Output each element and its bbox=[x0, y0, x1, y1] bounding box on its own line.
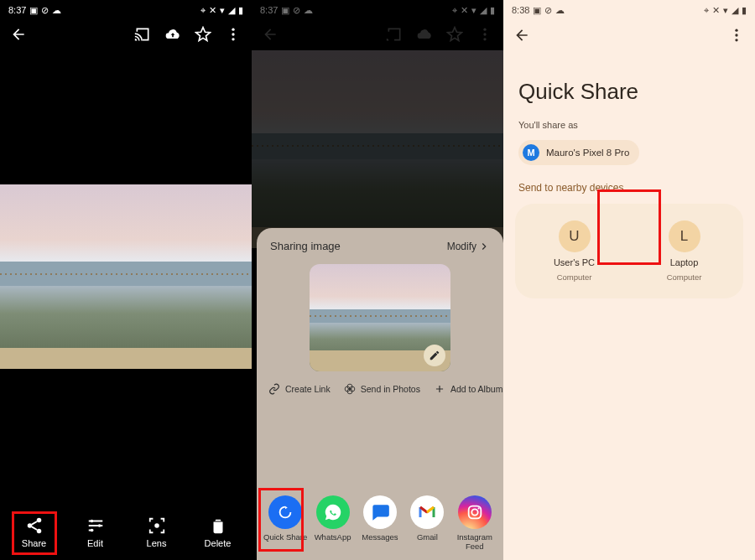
avatar: M bbox=[523, 144, 539, 161]
user-chip[interactable]: M Mauro's Pixel 8 Pro bbox=[518, 140, 639, 165]
page-title: Quick Share bbox=[503, 54, 755, 113]
signal-icon: ◢ bbox=[732, 6, 738, 15]
highlight-share bbox=[12, 511, 57, 555]
device-type: Computer bbox=[667, 272, 702, 282]
create-link-chip[interactable]: Create Link bbox=[268, 383, 331, 395]
device-avatar: U bbox=[559, 220, 591, 252]
lens-button[interactable]: Lens bbox=[132, 516, 182, 548]
delete-button[interactable]: Delete bbox=[193, 516, 243, 548]
status-time: 8:37 bbox=[8, 5, 26, 15]
cloud-upload-icon[interactable] bbox=[164, 26, 181, 46]
highlight-laptop bbox=[597, 189, 661, 265]
device-name: User's PC bbox=[554, 257, 595, 267]
svg-point-18 bbox=[735, 34, 737, 36]
svg-point-19 bbox=[735, 39, 737, 41]
lens-label: Lens bbox=[147, 538, 167, 548]
svg-point-8 bbox=[90, 529, 93, 532]
wifi-icon: ▾ bbox=[723, 6, 728, 15]
svg-point-9 bbox=[154, 523, 159, 528]
more-icon[interactable] bbox=[225, 26, 242, 46]
svg-point-15 bbox=[471, 509, 477, 515]
battery-icon: ▮ bbox=[238, 6, 243, 15]
vibrate-icon: ✕ bbox=[209, 6, 216, 15]
svg-point-17 bbox=[735, 29, 737, 32]
app-bar bbox=[0, 20, 252, 52]
share-thumbnail[interactable] bbox=[310, 264, 450, 371]
whatsapp-app[interactable]: WhatsApp bbox=[310, 495, 356, 552]
dnd-icon: ⊘ bbox=[41, 6, 49, 15]
device-name: Laptop bbox=[670, 257, 699, 267]
user-name: Mauro's Pixel 8 Pro bbox=[546, 148, 629, 158]
cast-icon[interactable] bbox=[134, 26, 151, 46]
delete-label: Delete bbox=[205, 538, 232, 548]
screenshot-saved-icon: ▣ bbox=[533, 6, 541, 15]
panel-share-sheet: 8:37 ▣ ⊘ ☁ ⌖ ✕ ▾ ◢ ▮ Sharing image Modif… bbox=[252, 0, 503, 560]
whatsapp-icon bbox=[316, 495, 350, 529]
edit-button[interactable]: Edit bbox=[70, 516, 121, 548]
share-chip-row: Create Link Send in Photos Add to Album … bbox=[257, 371, 503, 395]
device-avatar: L bbox=[669, 220, 700, 252]
photo-content[interactable] bbox=[0, 184, 252, 369]
cloud-icon: ☁ bbox=[52, 6, 61, 15]
sheet-title: Sharing image bbox=[270, 240, 341, 252]
instagram-icon bbox=[458, 495, 492, 529]
messages-app[interactable]: Messages bbox=[357, 495, 403, 552]
star-icon[interactable] bbox=[195, 26, 211, 46]
signal-icon: ◢ bbox=[228, 6, 235, 15]
bluetooth-icon: ⌖ bbox=[704, 6, 709, 15]
svg-point-0 bbox=[232, 29, 234, 31]
gmail-icon bbox=[410, 495, 444, 529]
back-button[interactable] bbox=[513, 27, 530, 47]
back-button[interactable] bbox=[10, 26, 27, 46]
share-as-label: You'll share as bbox=[503, 113, 755, 137]
messages-icon bbox=[363, 495, 397, 529]
wifi-icon: ▾ bbox=[220, 6, 225, 15]
svg-point-7 bbox=[97, 524, 101, 527]
send-in-photos-chip[interactable]: Send in Photos bbox=[344, 383, 420, 395]
svg-point-16 bbox=[477, 507, 479, 509]
instagram-app[interactable]: Instagram Feed bbox=[452, 495, 497, 552]
more-icon[interactable] bbox=[728, 27, 745, 47]
status-time: 8:38 bbox=[512, 5, 529, 15]
panel-quick-share: 8:38 ▣ ⊘ ☁ ⌖ ✕ ▾ ◢ ▮ Quick Share You'll … bbox=[503, 0, 755, 560]
screenshot-saved-icon: ▣ bbox=[29, 6, 38, 15]
device-type: Computer bbox=[557, 272, 592, 282]
bluetooth-icon: ⌖ bbox=[200, 6, 206, 15]
vibrate-icon: ✕ bbox=[712, 6, 720, 15]
battery-icon: ▮ bbox=[742, 6, 747, 15]
add-to-album-chip[interactable]: Add to Album bbox=[434, 383, 502, 395]
status-bar: 8:37 ▣ ⊘ ☁ ⌖ ✕ ▾ ◢ ▮ bbox=[0, 0, 252, 20]
svg-point-2 bbox=[232, 38, 234, 40]
gmail-app[interactable]: Gmail bbox=[404, 495, 450, 552]
edit-label: Edit bbox=[87, 538, 103, 548]
svg-point-1 bbox=[232, 33, 234, 35]
dnd-icon: ⊘ bbox=[544, 6, 552, 15]
highlight-quickshare bbox=[258, 488, 304, 552]
status-bar: 8:38 ▣ ⊘ ☁ ⌖ ✕ ▾ ◢ ▮ bbox=[503, 0, 755, 20]
modify-button[interactable]: Modify bbox=[447, 241, 490, 252]
panel-photo-viewer: 8:37 ▣ ⊘ ☁ ⌖ ✕ ▾ ◢ ▮ Share Edi bbox=[0, 0, 252, 560]
cloud-icon: ☁ bbox=[555, 6, 565, 15]
app-bar bbox=[503, 20, 755, 54]
svg-point-6 bbox=[90, 520, 93, 523]
edit-thumbnail-button[interactable] bbox=[424, 345, 445, 366]
